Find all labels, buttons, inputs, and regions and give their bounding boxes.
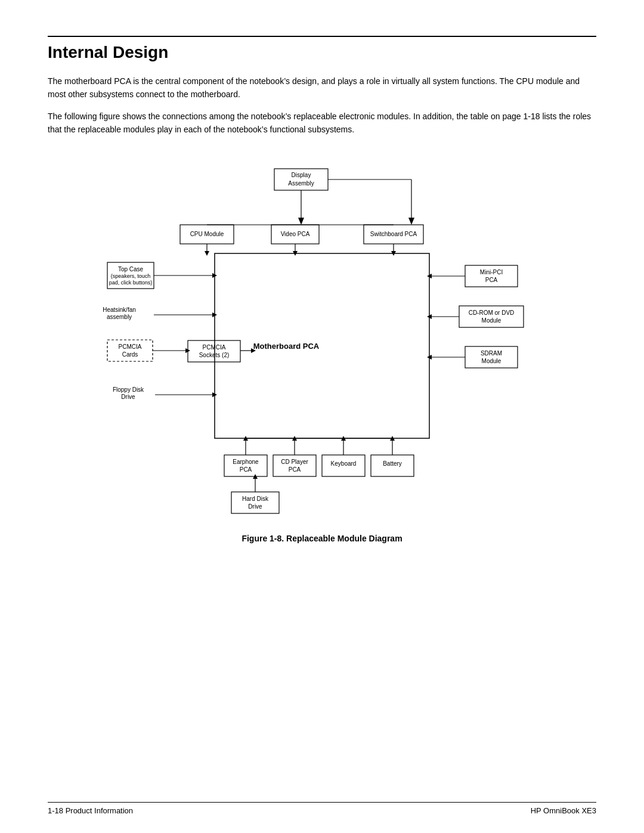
svg-marker-9	[408, 218, 414, 225]
svg-text:PCMCIA: PCMCIA	[203, 344, 226, 351]
svg-text:Drive: Drive	[248, 503, 262, 510]
svg-text:SDRAM: SDRAM	[481, 350, 502, 357]
svg-text:PCA: PCA	[485, 277, 498, 283]
svg-text:Sockets (2): Sockets (2)	[199, 352, 230, 358]
footer: 1-18 Product Information HP OmniBook XE3	[48, 802, 596, 815]
svg-text:Top Case: Top Case	[118, 266, 144, 272]
svg-text:PCA: PCA	[240, 466, 252, 473]
svg-text:Mini-PCI: Mini-PCI	[480, 269, 503, 275]
svg-text:assembly: assembly	[107, 314, 132, 320]
svg-text:CD-ROM or DVD: CD-ROM or DVD	[469, 309, 515, 316]
diagram-container: Motherboard PCA Display Assembly CPU Mod…	[48, 158, 596, 528]
svg-text:Battery: Battery	[383, 460, 402, 467]
svg-text:Floppy Disk: Floppy Disk	[113, 386, 144, 393]
svg-text:Module: Module	[482, 317, 501, 324]
svg-text:Earphone: Earphone	[233, 459, 259, 465]
svg-text:Heatsink/fan: Heatsink/fan	[103, 306, 136, 313]
replaceable-module-diagram: Motherboard PCA Display Assembly CPU Mod…	[95, 158, 549, 528]
page-title: Internal Design	[48, 36, 596, 62]
svg-rect-0	[215, 253, 429, 438]
svg-text:Keyboard: Keyboard	[331, 460, 357, 467]
svg-text:pad, click buttons): pad, click buttons)	[109, 280, 153, 286]
svg-text:Display: Display	[292, 172, 311, 178]
svg-marker-13	[205, 251, 209, 256]
svg-text:Module: Module	[482, 358, 501, 364]
svg-text:(speakers, touch: (speakers, touch	[111, 273, 151, 279]
svg-text:CD Player: CD Player	[281, 459, 308, 465]
svg-text:Video PCA: Video PCA	[281, 231, 310, 237]
svg-text:Cards: Cards	[122, 351, 138, 358]
svg-marker-6	[298, 218, 304, 225]
svg-text:Motherboard PCA: Motherboard PCA	[253, 342, 320, 351]
svg-text:CPU Module: CPU Module	[190, 231, 224, 237]
paragraph-2: The following figure shows the connectio…	[48, 110, 596, 136]
svg-text:PCA: PCA	[289, 466, 301, 473]
svg-text:Drive: Drive	[121, 394, 135, 400]
page: Internal Design The motherboard PCA is t…	[0, 0, 644, 833]
footer-left: 1-18 Product Information	[48, 806, 133, 815]
svg-text:PCMCIA: PCMCIA	[119, 343, 142, 350]
svg-text:Switchboard PCA: Switchboard PCA	[370, 231, 417, 237]
paragraph-1: The motherboard PCA is the central compo…	[48, 75, 596, 101]
svg-text:Hard Disk: Hard Disk	[242, 496, 269, 502]
figure-caption: Figure 1-8. Replaceable Module Diagram	[48, 534, 596, 543]
footer-right: HP OmniBook XE3	[531, 806, 596, 815]
svg-text:Assembly: Assembly	[288, 180, 314, 187]
